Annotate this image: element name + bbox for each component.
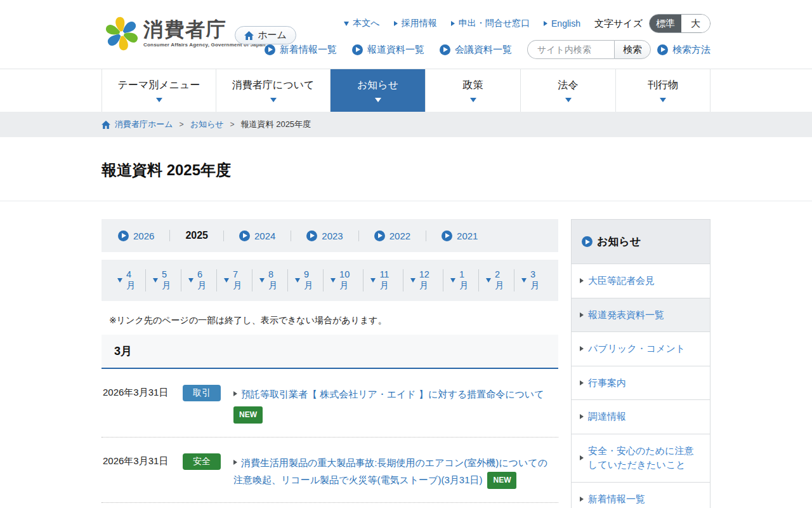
- year-2023-link[interactable]: 2023: [306, 231, 343, 241]
- nav-laws[interactable]: 法令: [520, 69, 615, 112]
- chevron-down-icon: [565, 98, 572, 102]
- sidebar-header: お知らせ: [572, 220, 710, 264]
- arrow-right-icon: [580, 346, 584, 351]
- utility-links: 本文へ 採用情報 申出・問合せ窓口 English 文字サイズ 標準 大: [344, 14, 710, 33]
- arrow-right-icon: [580, 455, 584, 460]
- circle-play-icon: [657, 44, 668, 55]
- news-date: 2026年3月31日: [103, 453, 176, 467]
- page-title: 報道資料 2025年度: [102, 160, 812, 180]
- search-button[interactable]: 検索: [614, 40, 651, 59]
- recruit-link[interactable]: 採用情報: [394, 18, 437, 29]
- breadcrumb-current: 報道資料 2025年度: [241, 119, 311, 130]
- arrow-right-icon: [580, 312, 584, 318]
- arrow-right-icon: [580, 380, 584, 385]
- english-link[interactable]: English: [544, 18, 580, 29]
- month-6-link[interactable]: 6月: [188, 269, 209, 291]
- sidebar-item-press-release-list[interactable]: 報道発表資料一覧: [572, 298, 710, 332]
- chevron-down-icon: [153, 278, 158, 283]
- month-4-link[interactable]: 4月: [117, 269, 138, 291]
- home-icon: [102, 121, 110, 129]
- year-2024-link[interactable]: 2024: [239, 231, 275, 241]
- chevron-down-icon: [188, 278, 193, 283]
- arrow-right-icon: [580, 278, 584, 283]
- news-date: 2026年3月31日: [103, 385, 176, 399]
- month-12-link[interactable]: 12月: [410, 269, 436, 291]
- nav-about-agency[interactable]: 消費者庁について: [216, 69, 330, 112]
- new-badge: NEW: [487, 472, 516, 489]
- breadcrumb-separator: >: [180, 120, 184, 129]
- month-anchors: 4月 5月 6月 7月 8月 9月 10月 11月 12月 1月 2月 3月: [102, 260, 558, 301]
- month-3-link[interactable]: 3月: [521, 269, 542, 291]
- sidebar-item-minister-press-conference[interactable]: 大臣等記者会見: [572, 264, 710, 298]
- nav-theme-menu[interactable]: テーマ別メニュー: [102, 69, 216, 112]
- news-list: 2026年3月31日 取引 預託等取引業者【 株式会社リア・エイド 】に対する措…: [102, 369, 558, 508]
- month-5-link[interactable]: 5月: [153, 269, 174, 291]
- month-10-link[interactable]: 10月: [331, 269, 356, 291]
- skip-to-content-link[interactable]: 本文へ: [344, 18, 379, 29]
- year-2021-link[interactable]: 2021: [442, 231, 478, 241]
- circle-play-icon: [442, 231, 452, 241]
- chevron-down-icon: [521, 278, 527, 283]
- chevron-down-icon: [486, 278, 491, 283]
- circle-play-icon: [265, 44, 275, 55]
- circle-play-icon: [374, 231, 385, 241]
- quick-links-row: 新着情報一覧 報道資料一覧 会議資料一覧 検索 検索方法: [265, 40, 710, 59]
- page-title-section: 報道資料 2025年度: [0, 137, 812, 201]
- nav-publications[interactable]: 刊行物: [615, 69, 710, 112]
- year-2026-link[interactable]: 2026: [118, 231, 154, 241]
- chevron-down-icon: [450, 278, 455, 283]
- pinwheel-logo-icon: [105, 17, 138, 51]
- year-2022-link[interactable]: 2022: [374, 231, 410, 241]
- circle-play-icon: [118, 231, 129, 241]
- month-1-link[interactable]: 1月: [450, 269, 471, 291]
- arrow-right-icon: [394, 21, 398, 26]
- font-size-standard-button[interactable]: 標準: [650, 15, 681, 32]
- breadcrumb-news-link[interactable]: お知らせ: [190, 119, 224, 130]
- sidebar-item-public-comment[interactable]: パブリック・コメント: [572, 331, 710, 366]
- nav-news[interactable]: お知らせ: [330, 69, 425, 112]
- content-area: 2026 2025 2024 2023 2022 2021 4月 5月 6月 7…: [102, 219, 710, 508]
- meeting-materials-list-link[interactable]: 会議資料一覧: [440, 44, 512, 56]
- circle-play-icon: [306, 231, 317, 241]
- circle-play-icon: [239, 231, 250, 241]
- year-current: 2025: [185, 230, 208, 241]
- new-info-list-link[interactable]: 新着情報一覧: [265, 44, 337, 56]
- month-section-title: 3月: [114, 345, 132, 358]
- search-help-link[interactable]: 検索方法: [657, 44, 710, 56]
- month-8-link[interactable]: 8月: [259, 269, 280, 291]
- search-input[interactable]: [527, 40, 614, 59]
- breadcrumb-home-link[interactable]: 消費者庁ホーム: [115, 119, 173, 130]
- sidebar-item-procurement[interactable]: 調達情報: [572, 399, 710, 434]
- month-11-link[interactable]: 11月: [370, 269, 395, 291]
- nav-policy[interactable]: 政策: [425, 69, 520, 112]
- main-navigation: テーマ別メニュー 消費者庁について お知らせ 政策 法令 刊行物: [0, 69, 812, 112]
- chevron-down-icon: [344, 22, 349, 26]
- circle-play-icon: [440, 44, 450, 55]
- sidebar-item-safety-cautions[interactable]: 安全・安心のために注意していただきたいこと: [572, 434, 710, 482]
- arrow-right-icon: [233, 391, 237, 396]
- month-7-link[interactable]: 7月: [224, 269, 245, 291]
- sidebar-news-menu: お知らせ 大臣等記者会見 報道発表資料一覧 パブリック・コメント 行事案内 調達…: [571, 219, 710, 508]
- inquiry-link[interactable]: 申出・問合せ窓口: [451, 18, 530, 29]
- news-row: 2026年3月31日 安全 消費生活用製品の重大製品事故:長期使用のエアコン(室…: [102, 438, 558, 502]
- font-size-toggle: 標準 大: [649, 14, 710, 33]
- press-release-list-link[interactable]: 報道資料一覧: [352, 44, 424, 56]
- month-2-link[interactable]: 2月: [486, 269, 507, 291]
- site-header: 消費者庁 Consumer Affairs Agency, Government…: [0, 0, 812, 69]
- arrow-right-icon: [544, 21, 547, 26]
- chevron-down-icon: [370, 278, 376, 283]
- circle-play-icon: [582, 236, 593, 247]
- arrow-right-icon: [233, 460, 237, 465]
- chevron-down-icon: [660, 98, 666, 102]
- breadcrumb-separator: >: [230, 120, 235, 129]
- sidebar-item-events[interactable]: 行事案内: [572, 366, 710, 400]
- news-row: 2026年3月31日 取引 預託等取引業者【 株式会社リア・エイド 】に対する措…: [102, 369, 558, 438]
- arrow-right-icon: [580, 497, 584, 502]
- month-9-link[interactable]: 9月: [295, 269, 316, 291]
- font-size-large-button[interactable]: 大: [681, 15, 710, 32]
- year-tabs: 2026 2025 2024 2023 2022 2021: [102, 219, 558, 252]
- chevron-down-icon: [375, 98, 381, 102]
- news-link[interactable]: 預託等取引業者【 株式会社リア・エイド 】に対する措置命令について: [241, 389, 544, 399]
- chevron-down-icon: [470, 98, 476, 102]
- sidebar-item-new-info-list[interactable]: 新着情報一覧: [572, 482, 710, 508]
